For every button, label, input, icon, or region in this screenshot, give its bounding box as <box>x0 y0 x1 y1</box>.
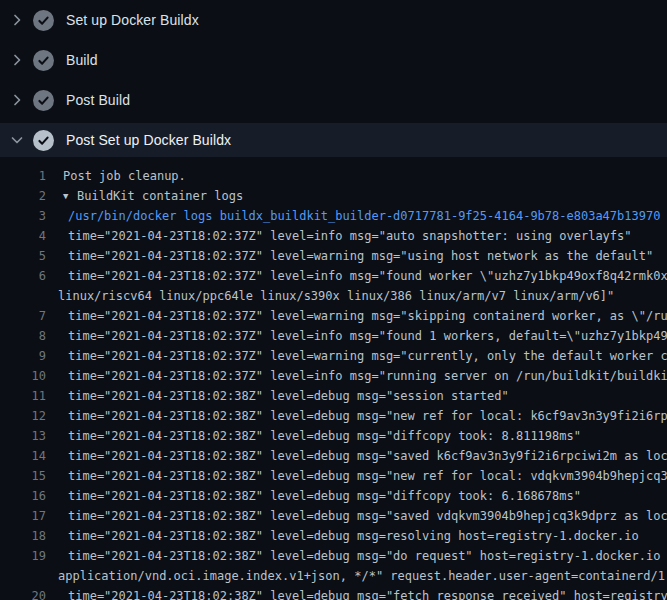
log-line-text: /usr/bin/docker logs buildx_buildkit_bui… <box>46 206 667 226</box>
step-row[interactable]: Post Set up Docker Buildx <box>0 123 667 157</box>
log-line-text: Post job cleanup. <box>46 166 667 186</box>
check-circle-icon <box>33 90 54 111</box>
log-line-row: time="2021-04-23T18:02:37Z" level=info m… <box>68 266 667 286</box>
log-line-number[interactable]: 16 <box>0 486 46 506</box>
log-line-number[interactable]: 9 <box>0 346 46 366</box>
log-line: 8 time="2021-04-23T18:02:37Z" level=info… <box>0 326 667 346</box>
log-line: 5 time="2021-04-23T18:02:37Z" level=warn… <box>0 246 667 266</box>
log-line-row: time="2021-04-23T18:02:38Z" level=debug … <box>68 526 667 546</box>
log-line-text: ▼BuildKit container logs <box>46 186 667 206</box>
chevron-right-icon[interactable] <box>9 92 25 108</box>
log-line-text: time="2021-04-23T18:02:37Z" level=info m… <box>46 326 667 346</box>
log-line-row: time="2021-04-23T18:02:38Z" level=debug … <box>68 426 667 446</box>
log-line-text: time="2021-04-23T18:02:38Z" level=debug … <box>46 486 667 506</box>
log-view: 1 Post job cleanup. 2 ▼BuildKit containe… <box>0 166 667 600</box>
log-line-row: Post job cleanup. <box>63 166 667 186</box>
group-collapse-triangle-icon[interactable]: ▼ <box>63 186 77 206</box>
log-line-number[interactable]: 14 <box>0 446 46 466</box>
log-line: 18 time="2021-04-23T18:02:38Z" level=deb… <box>0 526 667 546</box>
chevron-down-icon[interactable] <box>9 132 25 148</box>
log-line-row: time="2021-04-23T18:02:37Z" level=warnin… <box>68 246 667 266</box>
log-line-number[interactable]: 15 <box>0 466 46 486</box>
log-line-number[interactable]: 19 <box>0 546 46 586</box>
log-line-text: time="2021-04-23T18:02:38Z" level=debug … <box>46 546 667 586</box>
log-line-row: time="2021-04-23T18:02:38Z" level=debug … <box>68 386 667 406</box>
log-line-number[interactable]: 20 <box>0 586 46 600</box>
log-line: 14 time="2021-04-23T18:02:38Z" level=deb… <box>0 446 667 466</box>
chevron-right-icon[interactable] <box>9 12 25 28</box>
log-line-row: time="2021-04-23T18:02:38Z" level=debug … <box>68 506 667 526</box>
log-line: 3 /usr/bin/docker logs buildx_buildkit_b… <box>0 206 667 226</box>
log-line-row: time="2021-04-23T18:02:38Z" level=debug … <box>68 446 667 466</box>
log-line-number[interactable]: 6 <box>0 266 46 306</box>
log-line-text: time="2021-04-23T18:02:38Z" level=debug … <box>46 446 667 466</box>
log-line: 15 time="2021-04-23T18:02:38Z" level=deb… <box>0 466 667 486</box>
step-row[interactable]: Set up Docker Buildx <box>0 0 667 40</box>
log-line-row: time="2021-04-23T18:02:38Z" level=debug … <box>68 486 667 506</box>
log-line-number[interactable]: 2 <box>0 186 46 206</box>
log-line-number[interactable]: 1 <box>0 166 46 186</box>
check-circle-icon <box>33 130 54 151</box>
log-line-text: time="2021-04-23T18:02:38Z" level=debug … <box>46 506 667 526</box>
log-line-row: /usr/bin/docker logs buildx_buildkit_bui… <box>68 206 667 226</box>
step-row[interactable]: Post Build <box>0 80 667 120</box>
step-label: Set up Docker Buildx <box>66 12 199 28</box>
log-line-number[interactable]: 11 <box>0 386 46 406</box>
log-line-row: time="2021-04-23T18:02:38Z" level=debug … <box>68 586 667 600</box>
log-line-text: time="2021-04-23T18:02:38Z" level=debug … <box>46 466 667 486</box>
log-line-number[interactable]: 7 <box>0 306 46 326</box>
log-line: 11 time="2021-04-23T18:02:38Z" level=deb… <box>0 386 667 406</box>
log-line-number[interactable]: 4 <box>0 226 46 246</box>
log-line: 6 time="2021-04-23T18:02:37Z" level=info… <box>0 266 667 306</box>
log-line-row: time="2021-04-23T18:02:38Z" level=debug … <box>68 466 667 486</box>
log-line-number[interactable]: 10 <box>0 366 46 386</box>
step-label: Post Build <box>66 92 130 108</box>
log-line-text: time="2021-04-23T18:02:37Z" level=info m… <box>46 266 667 306</box>
log-line-number[interactable]: 8 <box>0 326 46 346</box>
log-line-wrap-continuation: linux/riscv64 linux/ppc64le linux/s390x … <box>58 286 667 306</box>
log-line: 12 time="2021-04-23T18:02:38Z" level=deb… <box>0 406 667 426</box>
log-line: 10 time="2021-04-23T18:02:37Z" level=inf… <box>0 366 667 386</box>
steps-list: Set up Docker Buildx Build P <box>0 0 667 157</box>
log-line-text: time="2021-04-23T18:02:37Z" level=info m… <box>46 226 667 246</box>
step-label: Post Set up Docker Buildx <box>66 132 231 148</box>
check-circle-icon <box>33 10 54 31</box>
log-line-row: time="2021-04-23T18:02:38Z" level=debug … <box>68 406 667 426</box>
log-line-number[interactable]: 13 <box>0 426 46 446</box>
step-row[interactable]: Build <box>0 40 667 80</box>
group-title[interactable]: BuildKit container logs <box>77 189 243 203</box>
log-line-text: time="2021-04-23T18:02:37Z" level=info m… <box>46 366 667 386</box>
log-line: 1 Post job cleanup. <box>0 166 667 186</box>
log-line-text: time="2021-04-23T18:02:38Z" level=debug … <box>46 406 667 426</box>
log-line: 16 time="2021-04-23T18:02:38Z" level=deb… <box>0 486 667 506</box>
log-line-number[interactable]: 12 <box>0 406 46 426</box>
log-line-row: ▼BuildKit container logs <box>63 186 667 206</box>
log-line-number[interactable]: 17 <box>0 506 46 526</box>
log-line: 19 time="2021-04-23T18:02:38Z" level=deb… <box>0 546 667 586</box>
log-line: 4 time="2021-04-23T18:02:37Z" level=info… <box>0 226 667 246</box>
log-line: 17 time="2021-04-23T18:02:38Z" level=deb… <box>0 506 667 526</box>
log-line-wrap-continuation: application/vnd.oci.image.index.v1+json,… <box>58 566 667 586</box>
log-line-number[interactable]: 3 <box>0 206 46 226</box>
log-line-text: time="2021-04-23T18:02:38Z" level=debug … <box>46 386 667 406</box>
log-line: 2 ▼BuildKit container logs <box>0 186 667 206</box>
log-line-text: time="2021-04-23T18:02:37Z" level=warnin… <box>46 346 667 366</box>
log-line-row: time="2021-04-23T18:02:37Z" level=info m… <box>68 226 667 246</box>
chevron-right-icon[interactable] <box>9 52 25 68</box>
log-line: 7 time="2021-04-23T18:02:37Z" level=warn… <box>0 306 667 326</box>
log-line-text: time="2021-04-23T18:02:38Z" level=debug … <box>46 586 667 600</box>
log-line-number[interactable]: 18 <box>0 526 46 546</box>
log-line-text: time="2021-04-23T18:02:38Z" level=debug … <box>46 526 667 546</box>
log-line: 20 time="2021-04-23T18:02:38Z" level=deb… <box>0 586 667 600</box>
log-line: 13 time="2021-04-23T18:02:38Z" level=deb… <box>0 426 667 446</box>
log-line-text: time="2021-04-23T18:02:38Z" level=debug … <box>46 426 667 446</box>
log-line-number[interactable]: 5 <box>0 246 46 266</box>
log-line-text: time="2021-04-23T18:02:37Z" level=warnin… <box>46 306 667 326</box>
check-circle-icon <box>33 50 54 71</box>
log-line-row: time="2021-04-23T18:02:38Z" level=debug … <box>68 546 667 566</box>
log-line-row: time="2021-04-23T18:02:37Z" level=warnin… <box>68 346 667 366</box>
log-line-text: time="2021-04-23T18:02:37Z" level=warnin… <box>46 246 667 266</box>
log-line-row: time="2021-04-23T18:02:37Z" level=info m… <box>68 366 667 386</box>
log-line-row: time="2021-04-23T18:02:37Z" level=warnin… <box>68 306 667 326</box>
step-label: Build <box>66 52 98 68</box>
